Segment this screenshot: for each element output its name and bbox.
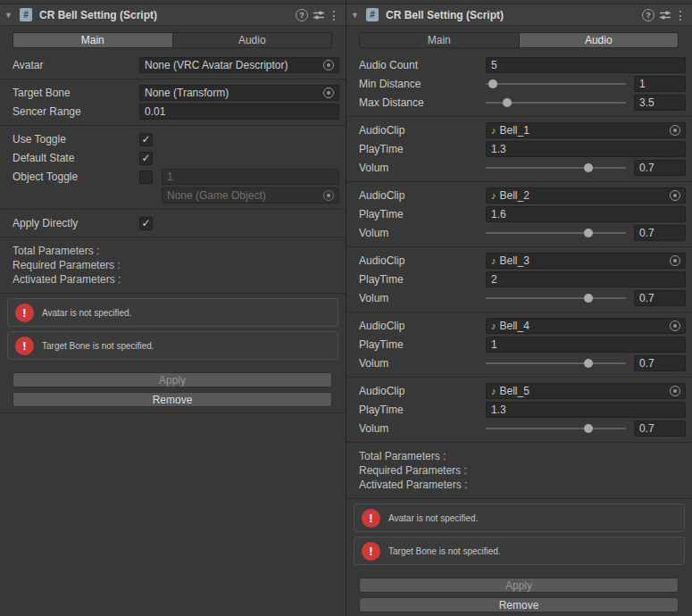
playtime-label: PlayTime bbox=[359, 273, 486, 286]
min-distance-slider[interactable] bbox=[486, 76, 626, 92]
playtime-value: 1.3 bbox=[491, 404, 506, 416]
audio-count-value: 5 bbox=[491, 59, 497, 71]
component-header: ▼ # CR Bell Setting (Script) ? ⋮ bbox=[0, 4, 346, 26]
audioclip-label: AudioClip bbox=[359, 320, 486, 332]
playtime-input[interactable]: 1.3 bbox=[486, 141, 686, 157]
audioclip-object-field[interactable]: ♪ Bell_5 bbox=[486, 383, 686, 399]
sencer-range-input[interactable]: 0.01 bbox=[139, 104, 339, 120]
object-picker-icon[interactable] bbox=[323, 60, 334, 71]
help-icon[interactable]: ? bbox=[296, 9, 308, 21]
volum-input[interactable]: 0.7 bbox=[634, 420, 686, 437]
divider bbox=[0, 293, 346, 294]
volum-slider[interactable] bbox=[486, 225, 626, 241]
object-picker-icon[interactable] bbox=[670, 190, 680, 201]
remove-button[interactable]: Remove bbox=[13, 392, 332, 407]
audioclip-row: AudioClip ♪ Bell_5 bbox=[346, 382, 692, 400]
playtime-input[interactable]: 1 bbox=[486, 337, 686, 353]
audioclip-object-field[interactable]: ♪ Bell_3 bbox=[486, 253, 686, 269]
warning-avatar-text: Avatar is not specified. bbox=[388, 513, 478, 523]
avatar-object-field[interactable]: None (VRC Avatar Descriptor) bbox=[139, 57, 339, 73]
max-distance-input[interactable]: 3.5 bbox=[634, 95, 686, 111]
object-picker-icon[interactable] bbox=[670, 320, 680, 331]
tab-bar: Main Audio bbox=[13, 32, 332, 48]
tab-audio[interactable]: Audio bbox=[520, 32, 679, 48]
target-bone-row: Target Bone None (Transform) bbox=[0, 84, 346, 102]
audioclip-object-field[interactable]: ♪ Bell_2 bbox=[486, 187, 686, 204]
playtime-row: PlayTime 1.6 bbox=[346, 205, 692, 223]
volum-value: 0.7 bbox=[639, 162, 654, 174]
volum-slider[interactable] bbox=[486, 160, 626, 176]
warning-avatar-text: Avatar is not specified. bbox=[42, 308, 131, 318]
apply-button[interactable]: Apply bbox=[359, 578, 679, 593]
target-bone-object-field[interactable]: None (Transform) bbox=[139, 85, 339, 101]
volum-input[interactable]: 0.7 bbox=[634, 290, 686, 306]
object-picker-icon[interactable] bbox=[670, 255, 680, 266]
volum-input[interactable]: 0.7 bbox=[634, 160, 686, 176]
volum-value: 0.7 bbox=[639, 292, 654, 304]
object-toggle-checkbox[interactable] bbox=[139, 171, 153, 184]
tab-main[interactable]: Main bbox=[13, 32, 173, 48]
kebab-menu-icon[interactable]: ⋮ bbox=[676, 8, 685, 22]
volum-slider[interactable] bbox=[486, 290, 626, 306]
volum-value: 0.7 bbox=[639, 422, 654, 435]
slider-knob[interactable] bbox=[584, 294, 593, 303]
component-header: ▼ # CR Bell Setting (Script) ? ⋮ bbox=[346, 4, 692, 26]
max-distance-row: Max Distance 3.5 bbox=[346, 94, 692, 112]
audioclip-icon: ♪ bbox=[491, 255, 496, 266]
object-toggle-count-value: 1 bbox=[167, 171, 173, 183]
audioclip-value: Bell_3 bbox=[500, 254, 529, 267]
playtime-input[interactable]: 2 bbox=[486, 271, 686, 287]
error-icon: ! bbox=[15, 337, 34, 355]
object-picker-icon[interactable] bbox=[670, 386, 680, 396]
slider-knob[interactable] bbox=[584, 229, 593, 237]
slider-knob[interactable] bbox=[584, 163, 593, 172]
object-picker-icon[interactable] bbox=[670, 125, 680, 136]
slider-knob[interactable] bbox=[503, 98, 512, 107]
foldout-icon[interactable]: ▼ bbox=[351, 11, 362, 20]
playtime-value: 1.3 bbox=[491, 143, 506, 155]
divider bbox=[346, 312, 692, 312]
apply-button[interactable]: Apply bbox=[13, 372, 332, 387]
checkmark-icon: ✓ bbox=[141, 218, 150, 229]
max-distance-slider[interactable] bbox=[486, 95, 626, 111]
warning-target-bone-text: Target Bone is not specified. bbox=[42, 341, 154, 351]
audioclip-object-field[interactable]: ♪ Bell_1 bbox=[486, 122, 686, 138]
warning-target-bone-text: Target Bone is not specified. bbox=[388, 546, 501, 556]
min-distance-label: Min Distance bbox=[359, 78, 486, 90]
playtime-input[interactable]: 1.6 bbox=[486, 206, 686, 222]
activated-parameters-label: Activated Parameters : bbox=[13, 272, 333, 287]
playtime-input[interactable]: 1.3 bbox=[486, 402, 686, 418]
volum-input[interactable]: 0.7 bbox=[634, 225, 686, 241]
tab-audio[interactable]: Audio bbox=[173, 32, 333, 48]
object-toggle-object-row: None (Game Object) bbox=[0, 187, 346, 204]
slider-knob[interactable] bbox=[584, 424, 593, 433]
volum-slider[interactable] bbox=[486, 355, 626, 371]
playtime-label: PlayTime bbox=[359, 208, 486, 221]
slider-knob[interactable] bbox=[584, 359, 593, 368]
audioclip-value: Bell_1 bbox=[500, 124, 529, 137]
tab-main[interactable]: Main bbox=[359, 32, 520, 48]
kebab-menu-icon[interactable]: ⋮ bbox=[329, 8, 338, 22]
slider-knob[interactable] bbox=[488, 79, 497, 88]
foldout-icon[interactable]: ▼ bbox=[4, 11, 15, 20]
use-toggle-checkbox[interactable]: ✓ bbox=[139, 133, 153, 146]
parameters-summary: Total Parameters : Required Parameters :… bbox=[0, 242, 346, 288]
volum-slider[interactable] bbox=[486, 420, 626, 437]
total-parameters-label: Total Parameters : bbox=[13, 244, 333, 258]
volum-input[interactable]: 0.7 bbox=[634, 355, 686, 371]
help-icon[interactable]: ? bbox=[642, 9, 654, 21]
min-distance-input[interactable]: 1 bbox=[634, 76, 686, 92]
presets-icon[interactable] bbox=[313, 9, 325, 21]
object-picker-icon[interactable] bbox=[323, 87, 334, 98]
presets-icon[interactable] bbox=[659, 9, 671, 21]
remove-button[interactable]: Remove bbox=[359, 597, 679, 612]
apply-directly-checkbox[interactable]: ✓ bbox=[139, 217, 153, 230]
audio-count-input[interactable]: 5 bbox=[486, 57, 686, 73]
sencer-range-label: Sencer Range bbox=[13, 105, 139, 118]
avatar-object-value: None (VRC Avatar Descriptor) bbox=[145, 59, 288, 71]
max-distance-label: Max Distance bbox=[359, 96, 486, 109]
parameters-summary: Total Parameters : Required Parameters :… bbox=[346, 447, 692, 494]
default-state-checkbox[interactable]: ✓ bbox=[139, 152, 153, 165]
volum-row: Volum 0.7 bbox=[346, 420, 692, 437]
audioclip-object-field[interactable]: ♪ Bell_4 bbox=[486, 318, 686, 334]
